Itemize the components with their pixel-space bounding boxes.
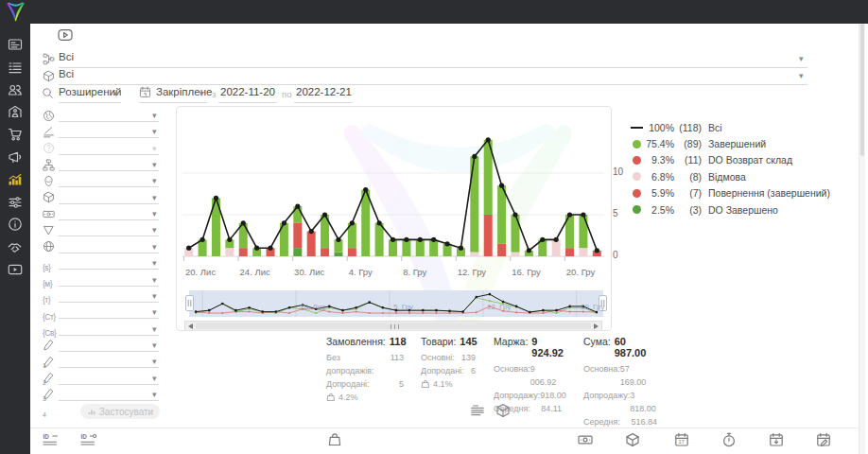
- legend-item[interactable]: 2.5%(3)DO Завершено: [630, 201, 830, 218]
- calendar-note-tab-icon[interactable]: [815, 432, 832, 447]
- chevron-down-icon[interactable]: ▾: [152, 161, 157, 169]
- source-filter-select[interactable]: [59, 253, 159, 253]
- date-from-label: з: [212, 89, 216, 99]
- scroll-right-icon[interactable]: [594, 323, 599, 329]
- funnel-filter-select[interactable]: [59, 236, 159, 236]
- orders-chart[interactable]: [182, 113, 604, 275]
- sidebar-item-orders[interactable]: [8, 60, 23, 75]
- chevron-down-icon[interactable]: ▾: [799, 72, 804, 80]
- custom-2-filter-select[interactable]: [59, 367, 159, 368]
- apply-button[interactable]: Застосувати: [80, 404, 160, 419]
- utm-st-filter-select[interactable]: [59, 318, 159, 319]
- products-tab-icon[interactable]: [624, 432, 641, 447]
- legend-item[interactable]: 5.9%(7)Повернення (завершений): [630, 185, 830, 201]
- sidebar-item-settings[interactable]: [8, 195, 23, 210]
- sidebar-item-tutorials[interactable]: [8, 262, 23, 277]
- stat-row: 4.1%: [421, 377, 476, 391]
- stat-value: 60 987.00: [615, 336, 657, 358]
- search-mode-underline: [59, 102, 121, 103]
- utm-m-filter-select[interactable]: [59, 286, 159, 287]
- utm-s-filter-icon: {s}: [43, 257, 55, 270]
- sidebar-item-statistics[interactable]: [8, 172, 23, 187]
- legend-item[interactable]: 100%(118)Всі: [630, 119, 830, 135]
- chevron-down-icon[interactable]: ▾: [152, 243, 157, 252]
- search-mode-select[interactable]: Розширений: [59, 86, 121, 97]
- calendar-17-tab-icon[interactable]: 17: [673, 432, 690, 447]
- status-filter-select[interactable]: Всі: [59, 51, 74, 62]
- legend-item[interactable]: 9.3%(11)DO Возврат склад: [630, 152, 830, 168]
- sidebar-item-dashboard[interactable]: [8, 37, 23, 52]
- bottom-divider: [30, 428, 860, 428]
- chevron-down-icon[interactable]: ▾: [152, 177, 157, 185]
- country-filter-select[interactable]: [59, 121, 159, 122]
- date-from-underline: [218, 102, 277, 103]
- custom-4-filter-select[interactable]: [59, 400, 159, 401]
- chart-scrollbar[interactable]: [184, 321, 602, 331]
- manager-filter-select[interactable]: [59, 186, 159, 187]
- department-filter-select[interactable]: [59, 170, 159, 171]
- search-icon[interactable]: [42, 87, 54, 99]
- chevron-down-icon[interactable]: ▾: [152, 391, 157, 399]
- status-funnel-icon: [43, 53, 55, 65]
- stat-row: Основні:139: [421, 351, 476, 364]
- legend-dot-marker: [630, 156, 643, 165]
- utm-t-filter-select[interactable]: [59, 302, 159, 303]
- utm-sv-filter-select[interactable]: [59, 335, 159, 336]
- chevron-down-icon[interactable]: ▾: [152, 341, 157, 350]
- sidebar-item-sales[interactable]: [8, 127, 23, 142]
- legend-item[interactable]: 75.4%(89)Завершений: [630, 135, 830, 151]
- chevron-down-icon[interactable]: ▾: [152, 128, 157, 136]
- tutorial-video-button[interactable]: [57, 27, 74, 43]
- sidebar-item-partners[interactable]: [8, 239, 23, 254]
- chart-minimap[interactable]: 28. Лис5. Гру12. Гру19. Гру: [189, 290, 603, 317]
- app-logo-icon[interactable]: [5, 1, 26, 23]
- date-to-input[interactable]: 2022-12-21: [296, 86, 352, 97]
- chevron-down-icon[interactable]: ▾: [152, 292, 157, 301]
- chevron-down-icon[interactable]: ▾: [799, 55, 804, 63]
- scroll-left-icon[interactable]: [188, 323, 193, 329]
- level-filter-select[interactable]: [59, 137, 159, 138]
- chevron-down-icon[interactable]: ▾: [152, 194, 157, 202]
- product-filter-select[interactable]: [59, 203, 159, 204]
- chart-mini-icon: [87, 407, 96, 416]
- sidebar-item-marketing[interactable]: [8, 149, 23, 165]
- calendar-icon[interactable]: [139, 86, 151, 98]
- id-list-icon[interactable]: ID: [43, 432, 60, 447]
- chevron-down-icon[interactable]: ▾: [113, 90, 118, 98]
- chevron-down-icon[interactable]: ▾: [152, 358, 157, 366]
- minimap-left-handle[interactable]: [185, 295, 194, 311]
- scrollbar-thumb[interactable]: [196, 323, 591, 329]
- sidebar-item-clients[interactable]: [8, 82, 23, 97]
- date-from-input[interactable]: 2022-11-20: [220, 86, 275, 97]
- chevron-down-icon[interactable]: ▾: [152, 375, 157, 383]
- chevron-down-icon[interactable]: ▾: [152, 210, 157, 218]
- chevron-down-icon[interactable]: ▾: [200, 90, 204, 98]
- legend-item[interactable]: 6.8%(8)Відмова: [630, 168, 830, 184]
- custom-1-filter-select[interactable]: [59, 351, 159, 352]
- chevron-down-icon[interactable]: ▾: [152, 308, 157, 317]
- stat-column: Сума:60 987.00Основна:57 169.00Допродажу…: [583, 336, 657, 428]
- product-view-toggle[interactable]: [495, 403, 511, 418]
- utm-t-filter-icon: {т}: [43, 289, 55, 302]
- product-filter-select[interactable]: Всі: [59, 68, 74, 79]
- payments-tab-icon[interactable]: [577, 432, 594, 447]
- calendar-import-tab-icon[interactable]: [768, 432, 785, 447]
- chevron-down-icon[interactable]: ▾: [152, 259, 157, 268]
- list-view-toggle[interactable]: [470, 403, 485, 418]
- chevron-down-icon[interactable]: ▾: [152, 325, 157, 334]
- payment-filter-select[interactable]: [59, 219, 159, 220]
- id-link-icon[interactable]: ID: [80, 432, 97, 447]
- sidebar-item-company[interactable]: [8, 104, 23, 119]
- stat-title: Товари:: [421, 336, 456, 347]
- chevron-down-icon[interactable]: ▾: [152, 226, 157, 235]
- custom-3-filter-select[interactable]: [59, 384, 159, 385]
- chevron-down-icon[interactable]: ▾: [152, 112, 157, 120]
- custom-4-filter-icon: 4: [43, 388, 55, 400]
- timer-tab-icon[interactable]: [720, 432, 738, 447]
- sidebar-item-info[interactable]: [8, 217, 23, 232]
- utm-s-filter-select[interactable]: [59, 269, 159, 270]
- y-axis-tick-label: 10: [613, 166, 623, 177]
- chevron-down-icon[interactable]: ▾: [152, 276, 157, 285]
- bag-tab-icon[interactable]: [326, 432, 343, 447]
- vertical-scrollbar[interactable]: [859, 24, 865, 454]
